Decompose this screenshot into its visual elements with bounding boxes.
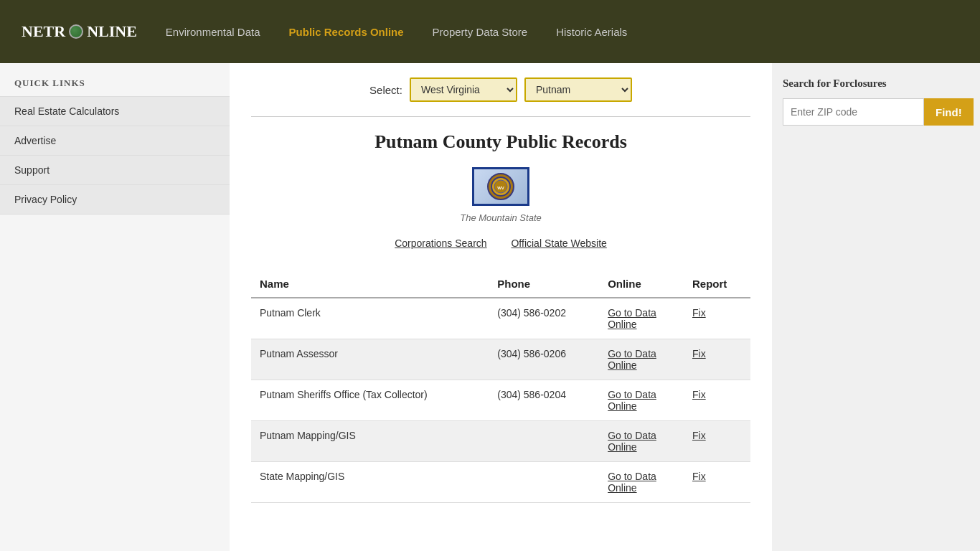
flag-area: WV The Mountain State bbox=[251, 167, 750, 223]
record-online[interactable]: Go to DataOnline bbox=[599, 462, 684, 503]
nav-historic-aerials[interactable]: Historic Aerials bbox=[556, 26, 627, 38]
record-report[interactable]: Fix bbox=[684, 380, 750, 421]
record-online[interactable]: Go to DataOnline bbox=[599, 380, 684, 421]
nav-environmental-data[interactable]: Environmental Data bbox=[166, 26, 260, 38]
go-to-data-online-link[interactable]: Go to DataOnline bbox=[608, 348, 656, 371]
record-name: Putnam Clerk bbox=[251, 298, 489, 339]
col-header-report: Report bbox=[684, 270, 750, 298]
record-phone bbox=[489, 462, 599, 503]
corporations-search-link[interactable]: Corporations Search bbox=[395, 237, 486, 249]
records-table: Name Phone Online Report Putnam Clerk (3… bbox=[251, 270, 750, 503]
fix-link[interactable]: Fix bbox=[692, 348, 706, 359]
main-content: Select: West Virginia Putnam Putnam Coun… bbox=[230, 63, 772, 551]
table-row: Putnam Clerk (304) 586-0202 Go to DataOn… bbox=[251, 298, 750, 339]
seal-svg: WV bbox=[490, 176, 512, 197]
logo[interactable]: NETRNLINE bbox=[22, 22, 137, 41]
header: NETRNLINE Environmental Data Public Reco… bbox=[0, 0, 980, 63]
record-phone: (304) 586-0204 bbox=[489, 380, 599, 421]
go-to-data-online-link[interactable]: Go to DataOnline bbox=[608, 307, 656, 330]
county-title: Putnam County Public Records bbox=[251, 116, 750, 153]
svg-text:WV: WV bbox=[497, 186, 504, 190]
record-name: Putnam Assessor bbox=[251, 339, 489, 380]
go-to-data-online-link[interactable]: Go to DataOnline bbox=[608, 471, 656, 494]
table-row: Putnam Mapping/GIS Go to DataOnline Fix bbox=[251, 421, 750, 462]
select-row: Select: West Virginia Putnam bbox=[251, 77, 750, 102]
flag-inner: WV bbox=[474, 169, 527, 204]
record-online[interactable]: Go to DataOnline bbox=[599, 421, 684, 462]
logo-text-nline: NLINE bbox=[87, 22, 137, 41]
record-report[interactable]: Fix bbox=[684, 298, 750, 339]
record-name: Putnam Mapping/GIS bbox=[251, 421, 489, 462]
record-phone bbox=[489, 421, 599, 462]
record-online[interactable]: Go to DataOnline bbox=[599, 339, 684, 380]
col-header-online: Online bbox=[599, 270, 684, 298]
go-to-data-online-link[interactable]: Go to DataOnline bbox=[608, 430, 656, 453]
record-phone: (304) 586-0202 bbox=[489, 298, 599, 339]
right-panel: Search for Forclosures Find! bbox=[772, 63, 980, 551]
sidebar-item-privacy[interactable]: Privacy Policy bbox=[0, 184, 230, 215]
main-nav: Environmental Data Public Records Online… bbox=[166, 26, 628, 38]
state-seal: WV bbox=[487, 173, 514, 200]
fix-link[interactable]: Fix bbox=[692, 471, 706, 482]
nav-public-records[interactable]: Public Records Online bbox=[289, 26, 404, 38]
col-header-name: Name bbox=[251, 270, 489, 298]
sidebar-title: Quick Links bbox=[0, 70, 230, 96]
fix-link[interactable]: Fix bbox=[692, 307, 706, 319]
record-report[interactable]: Fix bbox=[684, 462, 750, 503]
table-row: Putnam Sheriffs Office (Tax Collector) (… bbox=[251, 380, 750, 421]
record-name: Putnam Sheriffs Office (Tax Collector) bbox=[251, 380, 489, 421]
state-select[interactable]: West Virginia bbox=[410, 77, 517, 102]
page-wrapper: Quick Links Real Estate Calculators Adve… bbox=[0, 63, 980, 551]
record-online[interactable]: Go to DataOnline bbox=[599, 298, 684, 339]
go-to-data-online-link[interactable]: Go to DataOnline bbox=[608, 389, 656, 412]
forclosure-title: Search for Forclosures bbox=[783, 77, 969, 90]
select-label: Select: bbox=[369, 84, 402, 96]
record-report[interactable]: Fix bbox=[684, 339, 750, 380]
official-state-website-link[interactable]: Official State Website bbox=[511, 237, 606, 249]
col-header-phone: Phone bbox=[489, 270, 599, 298]
nav-property-data-store[interactable]: Property Data Store bbox=[433, 26, 528, 38]
zip-input[interactable] bbox=[783, 98, 924, 126]
state-flag: WV bbox=[472, 167, 529, 206]
globe-icon bbox=[69, 24, 83, 39]
record-report[interactable]: Fix bbox=[684, 421, 750, 462]
sidebar-item-real-estate[interactable]: Real Estate Calculators bbox=[0, 96, 230, 126]
table-row: State Mapping/GIS Go to DataOnline Fix bbox=[251, 462, 750, 503]
table-row: Putnam Assessor (304) 586-0206 Go to Dat… bbox=[251, 339, 750, 380]
logo-text-netr: NETR bbox=[22, 22, 65, 41]
county-select[interactable]: Putnam bbox=[524, 77, 632, 102]
record-phone: (304) 586-0206 bbox=[489, 339, 599, 380]
links-row: Corporations Search Official State Websi… bbox=[251, 237, 750, 249]
sidebar: Quick Links Real Estate Calculators Adve… bbox=[0, 63, 230, 551]
zip-search-row: Find! bbox=[783, 98, 969, 126]
state-nickname: The Mountain State bbox=[251, 212, 750, 223]
sidebar-item-support[interactable]: Support bbox=[0, 155, 230, 184]
fix-link[interactable]: Fix bbox=[692, 430, 706, 441]
record-name: State Mapping/GIS bbox=[251, 462, 489, 503]
fix-link[interactable]: Fix bbox=[692, 389, 706, 400]
find-button[interactable]: Find! bbox=[924, 98, 974, 126]
sidebar-item-advertise[interactable]: Advertise bbox=[0, 126, 230, 155]
